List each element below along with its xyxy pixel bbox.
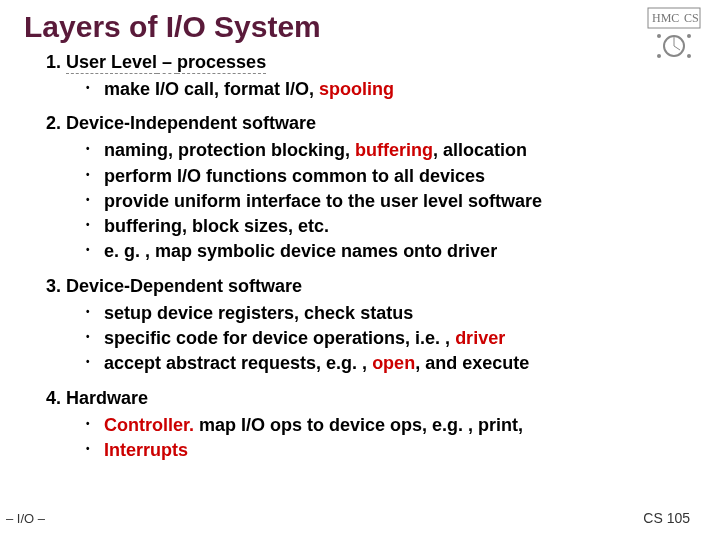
layer-item-2: Device-Independent software naming, prot…: [66, 113, 696, 263]
text: naming, protection blocking,: [104, 140, 355, 160]
layer-heading: Device-Independent software: [66, 113, 316, 133]
footer-right: CS 105: [643, 510, 690, 526]
college-logo: HMC CS: [646, 6, 702, 62]
list-item: specific code for device operations, i.e…: [86, 326, 696, 350]
text: provide uniform interface to the user le…: [104, 191, 542, 211]
layer-item-4: Hardware Controller. map I/O ops to devi…: [66, 388, 696, 463]
sub-list: make I/O call, format I/O, spooling: [66, 77, 696, 101]
svg-point-7: [687, 54, 691, 58]
emphasis: open: [372, 353, 415, 373]
svg-text:HMC: HMC: [652, 11, 679, 25]
text: e. g. , map symbolic device names onto d…: [104, 241, 497, 261]
text: make I/O call, format I/O,: [104, 79, 319, 99]
layer-list: User Level – processes make I/O call, fo…: [24, 52, 696, 462]
list-item: make I/O call, format I/O, spooling: [86, 77, 696, 101]
text: , allocation: [433, 140, 527, 160]
layer-heading: User Level – processes: [66, 52, 266, 74]
emphasis: buffering: [355, 140, 433, 160]
text: accept abstract requests, e.g. ,: [104, 353, 372, 373]
list-item: buffering, block sizes, etc.: [86, 214, 696, 238]
list-item: e. g. , map symbolic device names onto d…: [86, 239, 696, 263]
sub-list: setup device registers, check status spe…: [66, 301, 696, 376]
layer-heading: Device-Dependent software: [66, 276, 302, 296]
heading-part: –: [157, 52, 177, 74]
slide-title: Layers of I/O System: [24, 10, 696, 44]
svg-point-4: [657, 34, 661, 38]
list-item: Controller. map I/O ops to device ops, e…: [86, 413, 696, 437]
list-item: provide uniform interface to the user le…: [86, 189, 696, 213]
list-item: perform I/O functions common to all devi…: [86, 164, 696, 188]
emphasis: Controller.: [104, 415, 194, 435]
footer-left: – I/O –: [6, 511, 45, 526]
emphasis: spooling: [319, 79, 394, 99]
heading-part: processes: [177, 52, 266, 74]
emphasis: Interrupts: [104, 440, 188, 460]
svg-point-5: [687, 34, 691, 38]
heading-part: User Level: [66, 52, 157, 74]
svg-point-6: [657, 54, 661, 58]
layer-item-1: User Level – processes make I/O call, fo…: [66, 52, 696, 101]
list-item: accept abstract requests, e.g. , open, a…: [86, 351, 696, 375]
text: specific code for device operations, i.e…: [104, 328, 455, 348]
text: setup device registers, check status: [104, 303, 413, 323]
text: map I/O ops to device ops, e.g. , print,: [194, 415, 523, 435]
text: buffering, block sizes, etc.: [104, 216, 329, 236]
emphasis: driver: [455, 328, 505, 348]
text: , and execute: [415, 353, 529, 373]
layer-item-3: Device-Dependent software setup device r…: [66, 276, 696, 376]
list-item: Interrupts: [86, 438, 696, 462]
list-item: naming, protection blocking, buffering, …: [86, 138, 696, 162]
layer-heading: Hardware: [66, 388, 148, 408]
svg-text:CS: CS: [684, 11, 699, 25]
text: perform I/O functions common to all devi…: [104, 166, 485, 186]
slide: HMC CS Layers of I/O System User Level –…: [0, 0, 720, 540]
sub-list: naming, protection blocking, buffering, …: [66, 138, 696, 263]
sub-list: Controller. map I/O ops to device ops, e…: [66, 413, 696, 463]
svg-line-9: [674, 46, 680, 50]
list-item: setup device registers, check status: [86, 301, 696, 325]
